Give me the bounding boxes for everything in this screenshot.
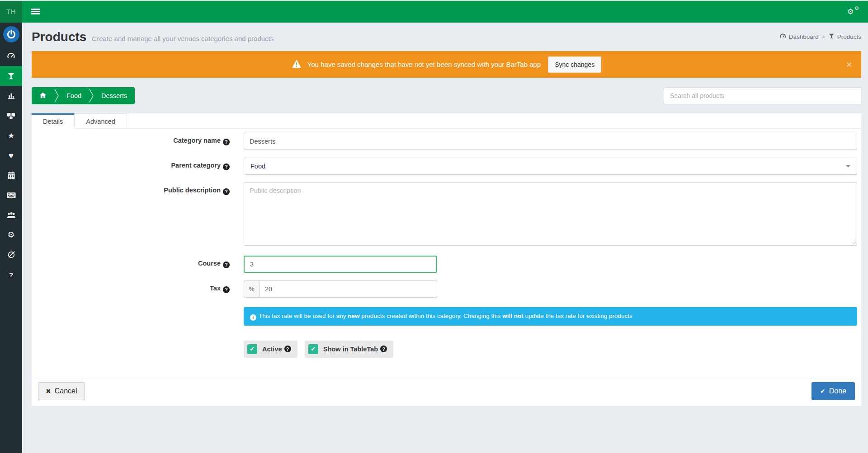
tab-details[interactable]: Details	[32, 113, 75, 129]
course-field[interactable]	[244, 256, 437, 273]
sidebar-item-help[interactable]: ?	[0, 265, 22, 285]
info-circle-icon: i	[250, 314, 256, 321]
cogs-icon[interactable]: ⚙ ⚙	[847, 6, 859, 16]
parent-category-row: Parent category? Food	[32, 158, 861, 175]
breadcrumb-products[interactable]: Products	[828, 33, 861, 41]
chevron-down-icon	[846, 165, 850, 168]
course-row: Course?	[32, 256, 861, 273]
chevron-right-icon	[89, 87, 94, 104]
check-icon: ✔	[820, 388, 826, 395]
help-circle-icon[interactable]: ?	[223, 139, 230, 145]
cancel-button[interactable]: ✖ Cancel	[38, 382, 85, 400]
category-card: Details Advanced Category name? Parent c…	[32, 113, 861, 406]
banner-message: You have saved changes that have not yet…	[307, 61, 541, 68]
tax-info-note: iThis tax rate will be used for any new …	[244, 307, 857, 326]
sidebar-item-sync[interactable]	[0, 245, 22, 265]
tab-advanced[interactable]: Advanced	[75, 113, 127, 129]
parent-category-label: Parent category?	[32, 158, 244, 175]
sidebar-item-dice[interactable]	[0, 106, 22, 126]
tab-bar: Details Advanced	[32, 113, 861, 129]
sidebar-item-keyboard[interactable]	[0, 185, 22, 205]
page-header: Products Create and manage all your venu…	[32, 23, 861, 51]
page-title: Products	[32, 30, 86, 44]
app-window: TH	[0, 0, 868, 453]
keyboard-icon	[7, 192, 16, 199]
category-form: Category name? Parent category? Food	[32, 129, 861, 358]
category-toolbar: Food Desserts	[32, 87, 861, 104]
brand-badge: TH	[0, 0, 22, 23]
sidebar-item-products[interactable]	[0, 66, 22, 86]
question-icon: ?	[9, 271, 13, 278]
star-icon: ★	[8, 132, 14, 140]
gear-icon: ⚙	[7, 231, 14, 239]
tax-field[interactable]	[259, 280, 437, 298]
tax-note-row: iThis tax rate will be used for any new …	[32, 306, 861, 326]
sidebar-item-dashboard[interactable]	[0, 46, 22, 66]
help-circle-icon[interactable]: ?	[284, 346, 291, 352]
sidebar-item-reports[interactable]	[0, 86, 22, 106]
top-bar: ⚙ ⚙	[22, 0, 868, 23]
category-name-field[interactable]	[244, 133, 857, 150]
category-name-row: Category name?	[32, 133, 861, 150]
active-checkbox[interactable]: ✔ Active?	[244, 341, 297, 358]
public-description-row: Public description?	[32, 182, 861, 246]
sidebar-item-likes[interactable]: ♥	[0, 145, 22, 165]
users-icon	[7, 211, 16, 219]
heart-icon: ♥	[9, 151, 14, 160]
close-icon[interactable]: ✕	[846, 60, 852, 69]
course-label: Course?	[32, 256, 244, 273]
help-circle-icon[interactable]: ?	[223, 163, 230, 170]
checkmark-icon: ✔	[247, 344, 257, 354]
parent-category-select[interactable]: Food	[244, 158, 857, 175]
sync-warning-banner: You have saved changes that have not yet…	[32, 51, 861, 78]
search-input[interactable]	[664, 87, 861, 104]
breadcrumb: Dashboard > Products	[779, 33, 861, 41]
public-description-field[interactable]	[244, 182, 857, 246]
tachometer-icon	[7, 52, 15, 61]
sidebar-item-calendar[interactable]	[0, 165, 22, 185]
bar-chart-icon	[7, 92, 15, 100]
percent-addon: %	[244, 280, 259, 298]
tachometer-icon	[779, 33, 786, 41]
checkmark-icon: ✔	[308, 344, 318, 354]
sidebar-item-users[interactable]	[0, 205, 22, 225]
tax-row: Tax? %	[32, 280, 861, 298]
dice-icon	[7, 112, 15, 120]
crumb-food[interactable]: Food	[59, 87, 89, 104]
show-in-tabletab-checkbox[interactable]: ✔ Show in TableTab?	[305, 341, 393, 358]
sync-changes-button[interactable]: Sync changes	[548, 56, 601, 73]
category-path: Food Desserts	[32, 87, 135, 104]
hamburger-menu-icon[interactable]	[31, 9, 40, 14]
home-icon	[39, 92, 47, 100]
sidebar-item-settings[interactable]: ⚙	[0, 225, 22, 245]
sidebar: TH	[0, 0, 22, 453]
help-circle-icon[interactable]: ?	[223, 286, 230, 293]
warning-triangle-icon	[292, 59, 302, 70]
done-button[interactable]: ✔ Done	[811, 382, 855, 400]
help-circle-icon[interactable]: ?	[223, 188, 230, 195]
tax-label: Tax?	[32, 280, 244, 298]
sidebar-item-favourites[interactable]: ★	[0, 126, 22, 145]
orbit-icon	[7, 251, 15, 259]
help-circle-icon[interactable]: ?	[223, 262, 230, 268]
martini-icon	[828, 33, 835, 41]
sidebar-item-logo[interactable]	[0, 23, 22, 46]
page-subtitle: Create and manage all your venues catego…	[92, 35, 274, 42]
x-icon: ✖	[46, 388, 51, 395]
calendar-icon	[7, 171, 15, 179]
crumb-desserts[interactable]: Desserts	[94, 87, 135, 104]
category-name-label: Category name?	[32, 133, 244, 150]
breadcrumb-separator: >	[822, 34, 825, 40]
form-footer: ✖ Cancel ✔ Done	[32, 376, 861, 406]
martini-icon	[7, 72, 15, 80]
checkboxes-row: ✔ Active? ✔ Show in TableTab?	[32, 341, 861, 358]
help-circle-icon[interactable]: ?	[380, 346, 387, 352]
breadcrumb-dashboard[interactable]: Dashboard	[779, 33, 819, 41]
home-crumb[interactable]	[32, 87, 54, 104]
main-content: Products Create and manage all your venu…	[22, 23, 868, 453]
chevron-right-icon	[54, 87, 59, 104]
power-logo-icon	[3, 26, 19, 42]
selected-parent-category: Food	[250, 163, 265, 170]
window-top-strip	[0, 0, 868, 1]
public-description-label: Public description?	[32, 182, 244, 246]
